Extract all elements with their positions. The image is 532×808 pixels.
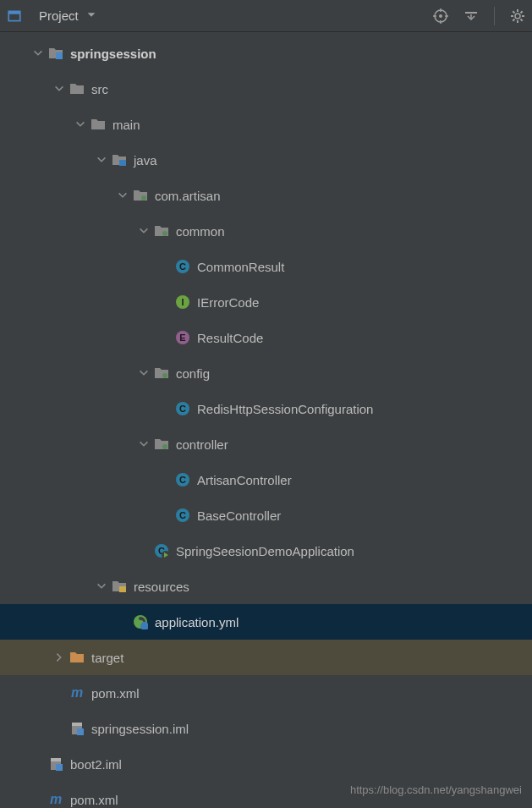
iml-icon [69,721,85,736]
folder-src-icon [112,152,127,168]
dropdown-icon [85,8,97,23]
tree-label: SpringSeesionDemoApplication [176,544,354,558]
maven-icon [69,685,85,701]
gear-icon[interactable] [510,8,525,24]
tree-label: config [176,366,210,381]
chevron-right-icon[interactable] [52,651,66,664]
interface-icon [175,294,190,310]
tree-row[interactable]: main [0,107,532,142]
tree-label: ResultCode [197,331,263,345]
tree-label: com.artisan [155,189,221,203]
tree-label: controller [176,437,228,452]
tree-label: common [176,224,225,239]
tree-label: RedisHttpSessionConfiguration [197,402,373,416]
view-selector[interactable]: Project [34,6,102,25]
collapse-all-icon[interactable] [463,8,479,24]
tree-row[interactable]: ResultCode [0,320,532,355]
class-run-icon [154,543,169,558]
tree-row[interactable]: IErrorCode [0,284,532,320]
class-icon [175,508,190,523]
tree-row[interactable]: pom.xml [0,675,532,711]
tree-row[interactable]: boot2.iml [0,746,532,782]
project-toolbar: Project [0,0,532,32]
tree-row[interactable]: CommonResult [0,249,532,284]
chevron-down-icon[interactable] [137,437,151,451]
class-icon [175,259,190,274]
folder-icon [69,81,85,96]
chevron-down-icon[interactable] [31,47,45,60]
chevron-down-icon[interactable] [52,82,66,96]
project-view-icon [7,8,22,24]
tree-label: ArtisanController [197,473,292,487]
tree-label: BaseController [197,508,281,523]
tree-label: pom.xml [70,793,118,807]
iml-icon [48,756,63,772]
tree-label: main [112,118,140,132]
tree-row[interactable]: application.yml [0,604,532,640]
tree-label: springsession [70,47,156,61]
tree-row[interactable]: config [0,355,532,391]
tree-label: resources [134,580,189,594]
tree-label: CommonResult [197,260,284,274]
tree-label: java [134,153,157,168]
maven-icon [48,792,63,807]
tree-label: target [91,651,123,665]
chevron-down-icon[interactable] [74,118,87,131]
tree-row[interactable]: common [0,213,532,249]
tree-row[interactable]: springsession.iml [0,711,532,746]
toolbar-separator [494,7,495,25]
chevron-down-icon[interactable] [95,153,108,167]
project-tree[interactable]: springsessionsrcmainjavacom.artisancommo… [0,32,532,808]
tree-row[interactable]: resources [0,569,532,604]
folder-res-icon [112,579,127,594]
locate-icon[interactable] [433,8,448,24]
tree-row[interactable]: springsession [0,36,532,71]
package-icon [154,223,169,239]
module-icon [48,46,63,61]
tree-label: application.yml [155,615,239,629]
chevron-down-icon[interactable] [137,224,151,238]
tree-label: src [91,82,108,96]
watermark: https://blog.csdn.net/yangshangwei [350,783,522,796]
tree-row[interactable]: BaseController [0,497,532,533]
tree-row[interactable]: src [0,71,532,107]
tree-label: pom.xml [91,686,140,701]
tree-row[interactable]: RedisHttpSessionConfiguration [0,391,532,426]
class-icon [175,401,190,416]
view-title: Project [39,8,79,23]
tree-row[interactable]: controller [0,426,532,462]
chevron-down-icon[interactable] [137,366,151,380]
chevron-down-icon[interactable] [95,580,108,593]
tree-label: IErrorCode [197,295,259,310]
chevron-down-icon[interactable] [116,189,129,202]
tree-label: springsession.iml [91,722,189,736]
package-icon [133,188,148,203]
folder-target-icon [69,650,85,665]
tree-row[interactable]: com.artisan [0,178,532,213]
tree-row[interactable]: java [0,142,532,178]
tree-row[interactable]: SpringSeesionDemoApplication [0,533,532,569]
tree-row[interactable]: target [0,640,532,675]
enum-icon [175,330,190,345]
tree-label: boot2.iml [70,757,122,772]
tree-row[interactable]: ArtisanController [0,462,532,497]
class-icon [175,472,190,487]
spring-yml-icon [133,614,148,629]
package-icon [154,437,169,452]
package-icon [154,366,169,381]
folder-icon [90,117,106,132]
